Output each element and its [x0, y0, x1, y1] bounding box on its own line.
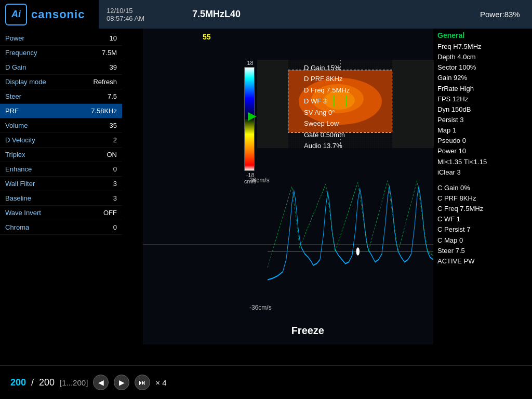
sidebar-item-volume[interactable]: Volume35: [0, 118, 122, 133]
d-info-line: D PRF 8KHz: [304, 73, 350, 84]
sidebar-label: Power: [5, 34, 110, 42]
d-info-line: Audio 13.7%: [304, 140, 350, 151]
general-info-line: Dyn 150dB: [437, 104, 528, 115]
c-info-line: ACTIVE PW: [437, 256, 528, 267]
c-info-lines: C Gain 0%C PRF 8KHzC Freq 7.5MHzC WF 1C …: [437, 183, 528, 267]
sidebar: Power10Frequency7.5MD Gain39Display mode…: [0, 29, 122, 365]
c-info-line: C WF 1: [437, 214, 528, 224]
general-title: General: [437, 31, 528, 39]
frame-range: [1...200]: [60, 378, 88, 387]
general-info-line: Gain 92%: [437, 73, 528, 83]
general-info-line: Sector 100%: [437, 62, 528, 73]
sidebar-label: Baseline: [5, 194, 113, 202]
svg-rect-11: [257, 60, 288, 148]
sidebar-value: 7.5M: [102, 49, 117, 57]
sidebar-label: Wall Filter: [5, 180, 113, 188]
sidebar-label: D Velocity: [5, 136, 113, 144]
sidebar-value: 39: [110, 63, 117, 71]
sidebar-label: Chroma: [5, 223, 113, 231]
general-info-line: Depth 4.0cm: [437, 52, 528, 62]
general-info-line: Freq H7.5MHz: [437, 42, 528, 52]
sidebar-value: 35: [110, 122, 117, 129]
sidebar-item-frequency[interactable]: Frequency7.5M: [0, 46, 122, 60]
general-info-line: Pseudo 0: [437, 136, 528, 146]
header: Ai cansonic 12/10/15 08:57:46 AM 7.5MHzL…: [0, 0, 532, 29]
c-info-line: Steer 7.5: [437, 246, 528, 256]
sidebar-value: 7.5: [108, 92, 117, 100]
sidebar-value: 0: [113, 223, 117, 231]
sidebar-label: PRF: [5, 107, 91, 115]
svg-point-16: [356, 247, 360, 256]
d-info-line: D Gain 15%: [304, 62, 350, 73]
waveform-container: [268, 166, 433, 337]
sidebar-item-d-gain[interactable]: D Gain39: [0, 60, 122, 75]
d-info-line: SV Ang 0°: [304, 107, 350, 118]
prev-button[interactable]: ◀: [93, 375, 109, 390]
sidebar-label: Wave Invert: [5, 209, 103, 217]
sidebar-item-prf[interactable]: PRF7.58KHz: [0, 104, 122, 118]
sidebar-label: Frequency: [5, 49, 102, 57]
c-info-line: C Freq 7.5MHz: [437, 204, 528, 214]
sidebar-label: Display mode: [5, 78, 93, 86]
sidebar-label: Volume: [5, 122, 110, 129]
d-info-line: Gate 0.50mm: [304, 129, 350, 140]
scan-number: 55: [203, 33, 211, 41]
next-button[interactable]: ⏭: [135, 375, 150, 390]
c-info-line: C PRF 8KHz: [437, 193, 528, 204]
sidebar-value: 3: [113, 194, 117, 202]
c-info-line: C Gain 0%: [437, 183, 528, 193]
time-display: 08:57:46 AM: [107, 15, 174, 22]
logo-area: Ai cansonic: [0, 0, 99, 29]
d-info-line: D Freq 7.5MHz: [304, 85, 350, 96]
center-panel: 55: [122, 29, 433, 365]
sidebar-item-wave-invert[interactable]: Wave InvertOFF: [0, 206, 122, 220]
sidebar-item-steer[interactable]: Steer7.5: [0, 89, 122, 104]
d-info-panel: D Gain 15%D PRF 8KHzD Freq 7.5MHzD WF 3S…: [304, 62, 350, 152]
sidebar-value: OFF: [103, 209, 117, 217]
sidebar-label: Triplex: [5, 151, 107, 158]
sidebar-value: 0: [113, 165, 117, 173]
frequency-display: 7.5MHzL40: [192, 9, 241, 20]
current-frame: 200: [10, 377, 26, 388]
freeze-button[interactable]: Freeze: [291, 325, 324, 337]
velocity-top-label: 36cm/s: [249, 177, 270, 184]
sidebar-label: D Gain: [5, 63, 110, 71]
sidebar-item-wall-filter[interactable]: Wall Filter3: [0, 177, 122, 191]
d-info-line: D WF 3: [304, 96, 350, 107]
power-display: Power:83%: [480, 10, 520, 19]
sidebar-item-power[interactable]: Power10: [0, 31, 122, 46]
sidebar-item-display-mode[interactable]: Display modeRefresh: [0, 75, 122, 89]
sidebar-label: Steer: [5, 92, 108, 100]
sidebar-value: 2: [113, 136, 117, 144]
logo-icon: Ai: [5, 4, 27, 25]
general-info-line: Power 10: [437, 146, 528, 156]
sidebar-value: ON: [107, 151, 117, 158]
c-info-line: C Persist 7: [437, 224, 528, 235]
brand-name: cansonic: [31, 8, 85, 21]
sidebar-value: 10: [110, 34, 117, 42]
datetime-area: 12/10/15 08:57:46 AM: [99, 0, 182, 29]
sidebar-item-enhance[interactable]: Enhance0: [0, 162, 122, 177]
frame-separator: /: [31, 377, 34, 388]
c-info-line: C Map 0: [437, 235, 528, 246]
general-info-line: iClear 3: [437, 167, 528, 178]
sidebar-item-d-velocity[interactable]: D Velocity2: [0, 133, 122, 148]
sidebar-item-baseline[interactable]: Baseline3: [0, 191, 122, 206]
date-display: 12/10/15: [107, 7, 174, 15]
general-info-line: Map 1: [437, 125, 528, 136]
general-info-lines: Freq H7.5MHzDepth 4.0cmSector 100%Gain 9…: [437, 42, 528, 178]
sidebar-value: Refresh: [93, 78, 117, 86]
general-info-line: FPS 12Hz: [437, 94, 528, 104]
freq-area: 7.5MHzL40: [182, 0, 470, 29]
play-button[interactable]: ▶: [114, 375, 129, 390]
bottom-bar: 200 / 200 [1...200] ◀ ▶ ⏭ × 4: [0, 365, 532, 399]
sidebar-value: 7.58KHz: [91, 107, 117, 115]
general-info-line: Persist 3: [437, 115, 528, 125]
d-info-line: Sweep Low: [304, 118, 350, 129]
general-info-line: FrRate High: [437, 84, 528, 94]
sidebar-item-chroma[interactable]: Chroma0: [0, 220, 122, 235]
sidebar-item-triplex[interactable]: TriplexON: [0, 148, 122, 162]
multiplier: × 4: [155, 378, 166, 387]
total-frames: 200: [39, 377, 55, 388]
power-area: Power:83%: [470, 0, 532, 29]
